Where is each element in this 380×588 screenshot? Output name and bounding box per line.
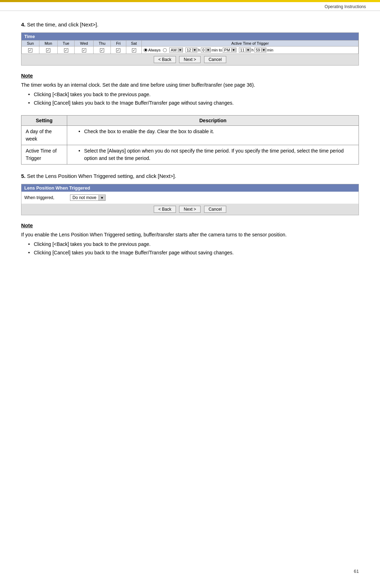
settings-table: Setting Description A day of the week Ch… <box>21 115 359 165</box>
header-title: Operating Instructions <box>325 4 366 9</box>
main-content: 4. Set the time, and click [Next>]. Time… <box>0 11 380 286</box>
note2-bullet1: Clicking [<Back] takes you back to the p… <box>28 241 359 248</box>
always-label: Always <box>148 48 160 52</box>
min2-arrow: ▼ <box>261 48 266 52</box>
min1-select[interactable]: 0 ▼ <box>201 48 211 52</box>
radio-always-dot <box>144 48 147 52</box>
min2-label: min <box>267 48 273 52</box>
note1-bullet1: Clicking [<Back] takes you back to the p… <box>28 91 359 98</box>
h1-label: h <box>198 48 200 52</box>
step5-num: 5. <box>21 173 26 179</box>
min2-select[interactable]: 59 ▼ <box>254 48 266 52</box>
min-to-label: min to <box>211 48 222 52</box>
h2-text: 11 <box>239 48 246 52</box>
note2-list: Clicking [<Back] takes you back to the p… <box>21 241 359 256</box>
lens-next-button[interactable]: Next > <box>179 206 201 213</box>
h1-arrow: ▼ <box>192 48 197 52</box>
h1-select[interactable]: 12 ▼ <box>185 48 197 52</box>
time-controls-cell: Always AM ▼ <box>142 47 359 54</box>
step5-heading: 5. Set the Lens Position When Triggered … <box>21 173 359 179</box>
lens-back-button[interactable]: < Back <box>154 206 176 213</box>
lens-widget-title: Lens Position When Triggered <box>21 184 359 192</box>
header-bar: Operating Instructions <box>0 2 380 11</box>
note2-section: Note If you enable the Lens Position Whe… <box>21 222 359 256</box>
time-next-button[interactable]: Next > <box>179 56 201 63</box>
cb-sat[interactable] <box>126 47 142 54</box>
step5-text: Set the Lens Position When Triggered set… <box>27 173 176 179</box>
note2-text: If you enable the Lens Position When Tri… <box>21 231 359 239</box>
lens-select-value: Do not move <box>70 195 99 200</box>
radio-period[interactable] <box>163 48 167 52</box>
day-tue: Tue <box>58 41 75 47</box>
setting-day: A day of the week <box>21 126 67 145</box>
day-sat: Sat <box>126 41 142 47</box>
time-widget: Time Sun Mon Tue Wed Thu Fri Sat Active … <box>21 32 359 66</box>
table-row: A day of the week Check the box to enabl… <box>21 126 359 145</box>
note1-heading: Note <box>21 73 359 79</box>
note1-section: Note The timer works by an internal cloc… <box>21 73 359 107</box>
table-row: Active Time of Trigger Select the [Alway… <box>21 145 359 165</box>
lens-row: When triggered, Do not move ▼ <box>21 192 359 204</box>
page-number: 61 <box>354 569 359 574</box>
step4-text: Set the time, and click [Next>]. <box>27 21 99 27</box>
am-arrow: ▼ <box>178 48 183 52</box>
active-time-header: Active Time of Trigger <box>142 41 359 47</box>
cb-sun[interactable] <box>22 47 39 54</box>
time-cancel-button[interactable]: Cancel <box>204 56 226 63</box>
am-text: AM <box>170 48 178 52</box>
radio-period-dot <box>163 48 167 52</box>
note1-bullet2: Clicking [Cancel] takes you back to the … <box>28 99 359 107</box>
pm-select[interactable]: PM ▼ <box>223 48 236 52</box>
radio-always[interactable]: Always <box>144 48 160 52</box>
min1-text: 0 <box>201 48 205 52</box>
step4-num: 4. <box>21 21 26 27</box>
time-widget-footer: < Back Next > Cancel <box>21 54 359 65</box>
min2-text: 59 <box>255 48 261 52</box>
desc-day-text: Check the box to enable the day. Clear t… <box>78 128 354 135</box>
h2-select[interactable]: 11 ▼ <box>239 48 251 52</box>
step4-heading: 4. Set the time, and click [Next>]. <box>21 21 359 27</box>
settings-col2: Description <box>67 116 359 126</box>
day-mon: Mon <box>39 41 58 47</box>
pm-text: PM <box>223 48 231 52</box>
lens-widget: Lens Position When Triggered When trigge… <box>21 184 359 215</box>
desc-day: Check the box to enable the day. Clear t… <box>67 126 359 145</box>
note1-list: Clicking [<Back] takes you back to the p… <box>21 91 359 107</box>
cb-wed[interactable] <box>75 47 94 54</box>
desc-trigger-text: Select the [Always] option when you do n… <box>78 147 354 162</box>
lens-select-arrow: ▼ <box>99 195 105 200</box>
day-wed: Wed <box>75 41 94 47</box>
desc-trigger: Select the [Always] option when you do n… <box>67 145 359 165</box>
lens-select-wrapper[interactable]: Do not move ▼ <box>70 194 106 201</box>
time-table: Sun Mon Tue Wed Thu Fri Sat Active Time … <box>21 40 359 54</box>
time-widget-title: Time <box>21 33 359 40</box>
cb-fri[interactable] <box>110 47 126 54</box>
day-sun: Sun <box>22 41 39 47</box>
h1-text: 12 <box>186 48 192 52</box>
lens-cancel-button[interactable]: Cancel <box>204 206 226 213</box>
note2-heading: Note <box>21 222 359 228</box>
lens-widget-footer: < Back Next > Cancel <box>21 204 359 215</box>
cb-tue[interactable] <box>58 47 75 54</box>
setting-trigger: Active Time of Trigger <box>21 145 67 165</box>
day-thu: Thu <box>94 41 111 47</box>
day-fri: Fri <box>110 41 126 47</box>
note1-text: The timer works by an internal clock. Se… <box>21 81 359 89</box>
h2-arrow: ▼ <box>246 48 251 52</box>
cb-thu[interactable] <box>94 47 111 54</box>
time-back-button[interactable]: < Back <box>154 56 176 63</box>
pm-arrow: ▼ <box>231 48 236 52</box>
am-select[interactable]: AM ▼ <box>169 48 183 52</box>
note2-bullet2: Clicking [Cancel] takes you back to the … <box>28 249 359 256</box>
when-triggered-label: When triggered, <box>24 195 66 200</box>
h2-label: h <box>252 48 254 52</box>
min1-arrow: ▼ <box>205 48 210 52</box>
cb-mon[interactable] <box>39 47 58 54</box>
settings-col1: Setting <box>21 116 67 126</box>
